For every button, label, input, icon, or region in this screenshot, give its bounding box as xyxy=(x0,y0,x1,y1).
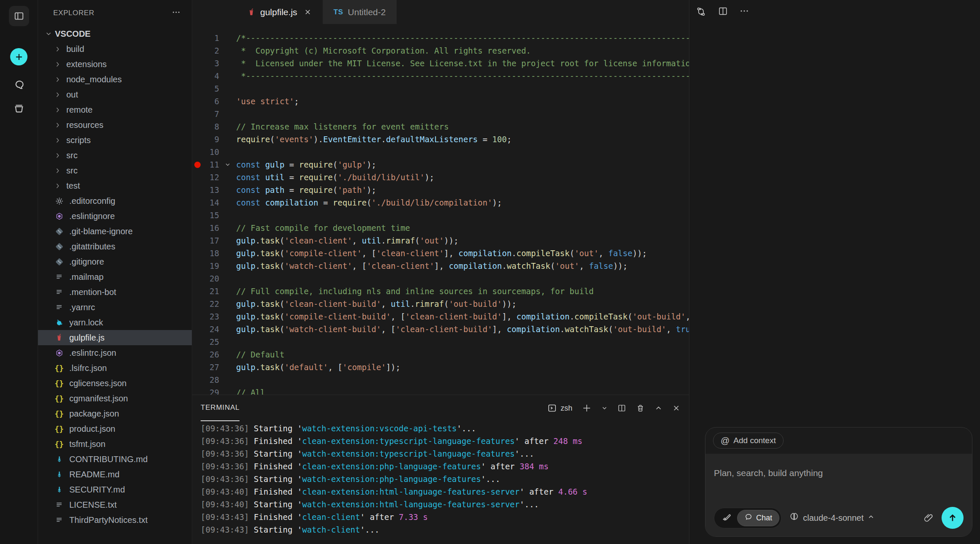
folder-item[interactable]: remote xyxy=(38,102,192,117)
workspace-root[interactable]: VSCODE xyxy=(38,26,192,41)
lines-icon xyxy=(55,501,63,509)
chevron-down-icon xyxy=(45,30,52,38)
file-item-label: CONTRIBUTING.md xyxy=(69,455,148,464)
editor-tab[interactable]: TSUntitled-2 xyxy=(323,0,397,24)
folder-item[interactable]: test xyxy=(38,178,192,193)
workspace-root-label: VSCODE xyxy=(55,29,90,39)
kill-terminal-icon[interactable] xyxy=(636,403,645,413)
folder-item[interactable]: resources xyxy=(38,117,192,133)
file-item[interactable]: .mention-bot xyxy=(38,284,192,300)
terminal-line: [09:43:43] Finished 'clean-client' after… xyxy=(201,511,689,523)
at-icon: @ xyxy=(721,436,730,446)
code-editor[interactable]: 1/*-------------------------------------… xyxy=(192,24,689,395)
attach-file-icon[interactable] xyxy=(923,512,934,523)
app-window: EXPLORER VSCODE buildextensionsnode_modu… xyxy=(0,0,980,544)
line-number: 11 xyxy=(202,158,219,171)
chevron-right-icon xyxy=(54,106,61,114)
file-item[interactable]: {}cgmanifest.json xyxy=(38,391,192,406)
new-chat-plus-button[interactable] xyxy=(10,48,27,65)
model-selector[interactable]: claude-4-sonnet xyxy=(789,512,875,524)
line-number: 26 xyxy=(202,348,219,361)
activity-bar xyxy=(0,0,38,544)
file-item[interactable]: {}package.json xyxy=(38,406,192,421)
explorer-more-icon[interactable] xyxy=(172,8,181,19)
folder-item[interactable]: node_modules xyxy=(38,72,192,87)
file-item[interactable]: .gitattributes xyxy=(38,239,192,254)
file-item[interactable]: SECURITY.md xyxy=(38,482,192,497)
ts-icon: TS xyxy=(334,8,343,16)
file-item[interactable]: {}product.json xyxy=(38,421,192,436)
terminal-line: [09:43:36] Finished 'clean-extension:php… xyxy=(201,460,689,473)
folder-item-label: src xyxy=(66,151,78,160)
file-item[interactable]: README.md xyxy=(38,467,192,482)
close-tab-icon[interactable] xyxy=(304,8,312,16)
terminal-dropdown-icon[interactable] xyxy=(601,405,608,411)
close-panel-icon[interactable] xyxy=(672,404,681,412)
breakpoint-dot[interactable] xyxy=(194,162,201,168)
line-number: 13 xyxy=(202,184,219,196)
chevron-right-icon xyxy=(54,182,61,189)
terminal-tab[interactable]: TERMINAL xyxy=(201,395,240,421)
file-item[interactable]: .git-blame-ignore xyxy=(38,224,192,239)
composer-placeholder: Plan, search, build anything xyxy=(714,468,964,478)
chat-mode-chip[interactable]: Chat xyxy=(737,510,779,526)
composer-input-area[interactable]: Plan, search, build anything Chat xyxy=(705,454,972,536)
explorer-header: EXPLORER xyxy=(38,0,192,26)
edit-mode-icon[interactable] xyxy=(716,510,737,525)
file-item[interactable]: .eslintignore xyxy=(38,208,192,224)
new-terminal-icon[interactable] xyxy=(582,403,592,413)
fold-chevron-icon[interactable] xyxy=(224,161,231,168)
file-item[interactable]: {}tsfmt.json xyxy=(38,436,192,452)
file-item[interactable]: .eslintrc.json xyxy=(38,345,192,360)
terminal-output[interactable]: [09:43:36] Starting 'watch-extension:vsc… xyxy=(192,421,689,544)
composer-context-bar: @ Add context xyxy=(705,428,972,454)
file-item[interactable]: CONTRIBUTING.md xyxy=(38,452,192,467)
maximize-panel-icon[interactable] xyxy=(654,404,663,412)
chat-mode-label: Chat xyxy=(756,514,772,522)
send-button[interactable] xyxy=(942,507,964,529)
file-item-label: .gitattributes xyxy=(69,242,115,252)
add-context-button[interactable]: @ Add context xyxy=(713,433,784,449)
file-item[interactable]: {}cglicenses.json xyxy=(38,376,192,391)
shell-label: zsh xyxy=(561,404,572,413)
code-line: 7 xyxy=(192,108,689,120)
line-number: 2 xyxy=(202,44,219,57)
line-number: 22 xyxy=(202,298,219,310)
more-icon[interactable] xyxy=(739,6,749,17)
file-item[interactable]: LICENSE.txt xyxy=(38,497,192,512)
split-terminal-icon[interactable] xyxy=(617,403,626,413)
code-line: 5 xyxy=(192,82,689,95)
folder-item[interactable]: scripts xyxy=(38,133,192,148)
file-item[interactable]: .editorconfig xyxy=(38,193,192,208)
sidebar-toggle-button[interactable] xyxy=(9,6,29,26)
folder-item[interactable]: build xyxy=(38,41,192,57)
file-item[interactable]: .yarnrc xyxy=(38,300,192,315)
chat-bubbles-button[interactable] xyxy=(13,78,25,91)
line-number: 17 xyxy=(202,234,219,247)
swap-icon[interactable] xyxy=(695,6,707,17)
chevron-right-icon xyxy=(54,76,61,83)
json-icon: {} xyxy=(54,425,64,433)
folder-item[interactable]: out xyxy=(38,87,192,102)
file-item[interactable]: ThirdPartyNotices.txt xyxy=(38,512,192,528)
file-item[interactable]: yarn.lock xyxy=(38,315,192,330)
folder-item[interactable]: src xyxy=(38,148,192,163)
folder-item[interactable]: extensions xyxy=(38,57,192,72)
json-icon: {} xyxy=(54,394,64,403)
explorer-sidebar: EXPLORER VSCODE buildextensionsnode_modu… xyxy=(38,0,192,544)
git-icon xyxy=(55,257,64,266)
file-item[interactable]: .mailmap xyxy=(38,269,192,284)
file-item[interactable]: {}.lsifrc.json xyxy=(38,360,192,376)
git-icon xyxy=(55,227,64,236)
line-number: 19 xyxy=(202,260,219,272)
mode-toggle[interactable]: Chat xyxy=(714,508,781,528)
folder-item[interactable]: src xyxy=(38,163,192,178)
shell-indicator[interactable]: zsh xyxy=(547,403,572,413)
editor-tab[interactable]: gulpfile.js xyxy=(236,0,323,24)
file-item-label: LICENSE.txt xyxy=(69,500,117,510)
split-icon[interactable] xyxy=(718,6,728,17)
file-item[interactable]: gulpfile.js xyxy=(38,330,192,345)
file-item[interactable]: .gitignore xyxy=(38,254,192,269)
line-number: 16 xyxy=(202,222,219,234)
archive-box-button[interactable] xyxy=(13,102,25,114)
